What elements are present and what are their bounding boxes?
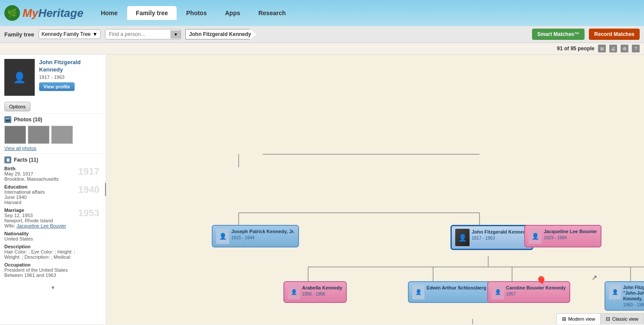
- classic-view-btn[interactable]: ⊟ Classic view: [601, 314, 644, 324]
- people-count: 91 of 95 people: [557, 46, 595, 52]
- fact-occupation: Occupation President of the United State…: [4, 262, 102, 278]
- nav-photos[interactable]: Photos: [177, 6, 215, 20]
- photos-header: 📷 Photos (10): [4, 116, 102, 123]
- jacqueline-years: 1929 - 1994: [544, 235, 597, 240]
- settings-icon[interactable]: ⚙: [621, 45, 628, 52]
- joseph-years: 1915 - 1944: [231, 235, 295, 240]
- facts-section: 📋 Facts (11) Birth May 29, 1917Brookline…: [0, 153, 106, 283]
- jacqueline-photo: 👤: [529, 228, 542, 244]
- arabella-name: Arabella Kennedy: [302, 285, 342, 291]
- smart-matches-button[interactable]: Smart Matches™: [532, 29, 585, 40]
- jacqueline-name: Jacqueline Lee Bouvier: [544, 228, 597, 234]
- logo: 🌿 MyHeritage: [4, 5, 83, 21]
- logo-icon: 🌿: [4, 5, 20, 21]
- fact-description-label: Description: [4, 244, 102, 249]
- scroll-down-btn[interactable]: ▼: [50, 285, 56, 291]
- fact-education-year: 1940: [78, 184, 99, 195]
- person-name: John Fitzgerald Kennedy: [39, 59, 102, 74]
- person-info: John Fitzgerald Kennedy 1917 - 1963 View…: [39, 59, 102, 96]
- nav-family-tree[interactable]: Family tree: [127, 6, 177, 20]
- node-arabella[interactable]: 👤 Arabella Kennedy 1956 - 1956: [283, 281, 347, 303]
- person-years: 1917 - 1963: [39, 75, 102, 80]
- toolbar: Family tree Kennedy Family Tree ▼ ▼ John…: [0, 26, 644, 43]
- classic-view-icon: ⊟: [606, 316, 610, 322]
- facts-icon: 📋: [4, 156, 11, 163]
- cursor-indicator: ↗: [591, 273, 597, 282]
- edwin-name: Edwin Arthur Schlossberg: [427, 285, 486, 291]
- nav-home[interactable]: Home: [92, 6, 126, 20]
- breadcrumb: John Fitzgerald Kennedy: [185, 29, 257, 39]
- tree-selector-arrow: ▼: [92, 31, 98, 37]
- logo-text: MyHeritage: [23, 6, 83, 20]
- fact-nationality-label: Nationality: [4, 231, 102, 236]
- fact-education: Education International affairsJune 1940…: [4, 184, 102, 205]
- jfk-years: 1917 - 1963: [472, 236, 529, 240]
- johnjohn-years: 1960 - 1999: [623, 302, 644, 307]
- fact-description-value: Hair Color: ; Eye Color: ; Height: ;Weig…: [4, 249, 102, 260]
- photo-thumb-2[interactable]: [28, 126, 49, 144]
- caroline-years: 1957: [506, 292, 566, 296]
- arabella-years: 1956 - 1956: [302, 292, 342, 296]
- node-jacqueline[interactable]: 👤 Jacqueline Lee Bouvier 1929 - 1994: [524, 225, 601, 247]
- options-button[interactable]: Options: [4, 102, 30, 111]
- record-matches-button[interactable]: Record Matches: [589, 29, 640, 40]
- classic-view-label: Classic view: [612, 316, 638, 322]
- modern-view-label: Modern view: [568, 316, 595, 322]
- photo-thumb-3[interactable]: [51, 126, 73, 144]
- tree-name-label: Kennedy Family Tree: [42, 31, 91, 37]
- facts-header: 📋 Facts (11): [4, 156, 102, 163]
- johnjohn-name: John Fitzgerald "John-John" Kennedy, Jr.: [623, 285, 644, 302]
- main-content: 👤 John Fitzgerald Kennedy 1917 - 1963 Vi…: [0, 55, 644, 324]
- fact-nationality: Nationality United States: [4, 231, 102, 241]
- fact-description: Description Hair Color: ; Eye Color: ; H…: [4, 244, 102, 260]
- node-joseph[interactable]: 👤 Joseph Patrick Kennedy, Jr. 1915 - 194…: [212, 225, 299, 247]
- person-detail-top: 👤 John Fitzgerald Kennedy 1917 - 1963 Vi…: [0, 55, 106, 100]
- jacqueline-link[interactable]: Jacqueline Lee Bouvier: [16, 223, 66, 228]
- joseph-photo: 👤: [216, 228, 229, 244]
- help-icon[interactable]: ?: [632, 45, 640, 52]
- fact-occupation-label: Occupation: [4, 262, 102, 267]
- toolbar-family-tree-label: Family tree: [4, 31, 34, 38]
- fact-marriage-year: 1953: [78, 208, 99, 219]
- view-profile-button[interactable]: View profile: [39, 82, 75, 91]
- photos-label: Photos (10): [14, 117, 42, 123]
- print-icon[interactable]: 🖨: [609, 45, 617, 52]
- left-panel: 👤 John Fitzgerald Kennedy 1917 - 1963 Vi…: [0, 55, 106, 324]
- photo-thumb-1[interactable]: [4, 126, 26, 144]
- view-icon-1[interactable]: ⊞: [598, 45, 606, 52]
- people-bar: 91 of 95 people ⊞ 🖨 ⚙ ?: [0, 43, 644, 55]
- fact-birth: Birth May 29, 1917Brookline, Massachuset…: [4, 166, 102, 182]
- arabella-photo: 👤: [288, 285, 300, 299]
- tree-selector[interactable]: Kennedy Family Tree ▼: [39, 29, 101, 39]
- johnjohn-photo: 👤: [609, 285, 621, 299]
- node-jfk[interactable]: 👤 John Fitzgerald Kennedy 1917 - 1963: [450, 225, 533, 250]
- search-dropdown-btn[interactable]: ▼: [171, 30, 181, 39]
- nav-apps[interactable]: Apps: [216, 6, 249, 20]
- breadcrumb-jfk[interactable]: John Fitzgerald Kennedy: [185, 29, 257, 39]
- node-edwin[interactable]: 👤 Edwin Arthur Schlossberg: [408, 281, 491, 303]
- photos-thumbnails: [4, 126, 102, 144]
- main-nav: Home Family tree Photos Apps Research: [92, 6, 294, 20]
- tree-area: 👤 Joseph Patrick Kennedy, Jr. 1915 - 194…: [106, 55, 644, 324]
- person-search: ▼: [105, 29, 181, 39]
- jfk-photo: 👤: [455, 229, 470, 246]
- caroline-photo: 👤: [492, 285, 504, 299]
- fact-nationality-value: United States: [4, 236, 102, 241]
- view-switcher: ⊞ Modern view ⊟ Classic view: [556, 313, 644, 324]
- search-input[interactable]: [105, 29, 171, 39]
- fact-birth-year: 1917: [78, 166, 99, 177]
- view-all-photos-link[interactable]: View all photos: [4, 146, 102, 151]
- modern-view-btn[interactable]: ⊞ Modern view: [557, 314, 601, 324]
- avatar: 👤: [4, 59, 35, 96]
- balloon-icon: 🎈: [536, 276, 547, 286]
- fact-occupation-value: President of the United StatesBetween 19…: [4, 267, 102, 278]
- nav-research[interactable]: Research: [250, 6, 294, 20]
- modern-view-icon: ⊞: [562, 316, 566, 322]
- photos-icon: 📷: [4, 116, 11, 123]
- node-johnjohn[interactable]: 👤 John Fitzgerald "John-John" Kennedy, J…: [605, 281, 644, 311]
- edwin-photo: 👤: [412, 285, 424, 299]
- node-caroline[interactable]: 👤 Caroline Bouvier Kennedy 1957: [487, 281, 570, 303]
- jfk-name: John Fitzgerald Kennedy: [472, 229, 529, 235]
- header: 🌿 MyHeritage Home Family tree Photos App…: [0, 0, 644, 26]
- fact-marriage: Marriage Sep 12, 1953Newport, Rhode Isla…: [4, 208, 102, 228]
